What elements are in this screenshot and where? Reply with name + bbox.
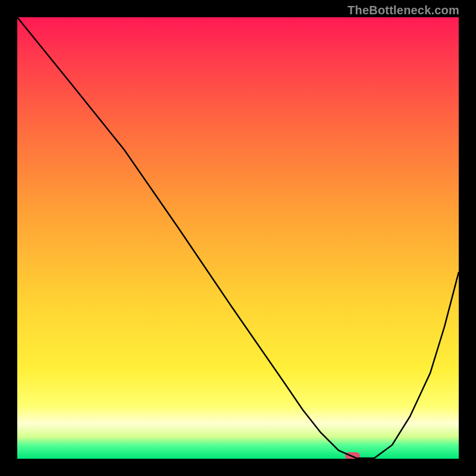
chart-frame: TheBottleneck.com — [0, 0, 476, 476]
plot-area — [17, 17, 459, 459]
bottleneck-curve — [17, 17, 459, 459]
curve-path — [17, 17, 459, 458]
watermark-text: TheBottleneck.com — [347, 4, 459, 17]
